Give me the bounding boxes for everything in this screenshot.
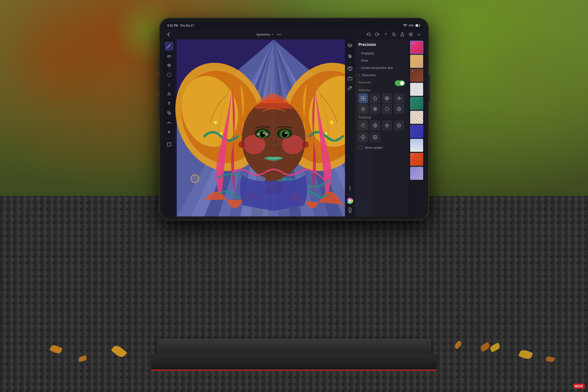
svg-point-42	[212, 138, 214, 140]
rotational-btn-5[interactable]	[358, 132, 368, 142]
svg-rect-11	[167, 73, 171, 76]
snapping-header[interactable]: › Snapping	[358, 50, 405, 56]
transform-tool-button[interactable]: △	[165, 80, 174, 89]
smudge-tool-button[interactable]	[165, 61, 174, 70]
volume-up-button[interactable]	[158, 57, 160, 71]
svg-point-83	[398, 108, 400, 110]
layer-thumb-2[interactable]	[410, 55, 423, 68]
layer-thumb-4[interactable]	[410, 83, 423, 96]
reflective-btn-7[interactable]	[382, 104, 392, 114]
crop-tool-button[interactable]	[165, 140, 174, 149]
svg-rect-64	[361, 96, 363, 98]
grids-header[interactable]: › Grids	[358, 57, 405, 64]
layer-visibility-9[interactable]: 👁	[411, 153, 414, 157]
svg-point-125	[350, 186, 351, 187]
canvas-area[interactable]	[175, 39, 372, 216]
rotational-btn-1[interactable]	[358, 121, 368, 130]
reflective-btn-2[interactable]	[370, 94, 380, 103]
paint-tool-button[interactable]	[165, 89, 174, 98]
rotational-btn-6[interactable]	[370, 132, 380, 142]
layer-thumb-9[interactable]: 👁	[410, 153, 423, 166]
side-button[interactable]	[428, 74, 430, 102]
color-wheel-icon[interactable]	[346, 197, 354, 205]
close-panel-button[interactable]: ×	[416, 31, 422, 38]
svg-point-105	[376, 137, 377, 137]
settings-button[interactable]	[408, 31, 414, 38]
symmetry-header[interactable]: ∨ Symmetry	[358, 72, 405, 78]
layer-thumb-3[interactable]: 👁	[410, 69, 423, 82]
symmetry-content: Symmetry Reflective	[358, 78, 405, 152]
layer-thumb-10[interactable]	[410, 167, 423, 180]
eraser-tool-button[interactable]	[165, 51, 174, 60]
export-icon[interactable]	[346, 65, 354, 73]
layer-thumb-1[interactable]: 👁	[410, 41, 423, 54]
svg-line-4	[395, 35, 396, 36]
brush-tool-button[interactable]	[165, 42, 174, 51]
perspective-header[interactable]: › Create perspective grid	[358, 65, 405, 71]
layer-visibility-3[interactable]: 👁	[411, 69, 414, 73]
svg-point-107	[376, 138, 377, 139]
adjustments-icon[interactable]	[346, 52, 354, 60]
back-button[interactable]	[166, 31, 172, 38]
artwork-svg	[175, 39, 372, 216]
perspective-chevron: ›	[358, 66, 359, 69]
snapping-section: › Snapping	[358, 50, 405, 56]
share-button[interactable]	[399, 31, 405, 38]
title-dropdown-arrow[interactable]: ▾	[272, 33, 273, 36]
move-guides-checkbox[interactable]	[358, 145, 363, 150]
blend-tool-button[interactable]	[165, 118, 174, 127]
layer-thumb-8[interactable]	[410, 139, 423, 152]
toolbar-left	[166, 31, 172, 38]
svg-rect-1	[420, 25, 420, 26]
svg-point-70	[362, 108, 364, 110]
svg-point-41	[220, 132, 222, 135]
wifi-icon	[403, 24, 407, 27]
svg-point-113	[349, 55, 350, 56]
app-toolbar: Symmetry ▾ Art ?	[163, 29, 425, 39]
toolbar-center: Symmetry ▾ Art	[256, 33, 281, 36]
search-button[interactable]	[391, 31, 397, 38]
move-guides-label: Move guides	[365, 146, 382, 149]
symmetry-section: ∨ Symmetry Symmetry Reflective	[358, 72, 405, 152]
power-button[interactable]	[158, 97, 160, 119]
svg-point-127	[350, 189, 351, 190]
perspective-section: › Create perspective grid	[358, 65, 405, 71]
symmetry-toggle-row: Symmetry	[358, 80, 405, 86]
stylus-icon[interactable]	[346, 206, 354, 214]
ipad-case-bottom	[151, 354, 437, 370]
rotational-btn-2[interactable]	[370, 121, 380, 130]
reflective-buttons-grid	[358, 94, 405, 114]
layer-visibility-1[interactable]: 👁	[411, 42, 414, 45]
reflective-btn-4[interactable]	[394, 94, 404, 103]
volume-down-button[interactable]	[158, 77, 160, 91]
layer-thumb-7[interactable]	[410, 125, 423, 138]
edit-icon[interactable]	[346, 84, 354, 92]
reflective-btn-1[interactable]	[358, 94, 368, 103]
svg-rect-14	[167, 143, 171, 146]
add-layer-icon[interactable]	[346, 74, 354, 82]
battery-percent: 50%	[409, 24, 414, 27]
svg-rect-66	[361, 99, 363, 101]
layers-icon[interactable]	[346, 42, 354, 50]
layer-thumb-6[interactable]	[410, 111, 423, 124]
reflective-btn-8[interactable]	[394, 104, 404, 114]
layer-thumb-5[interactable]	[410, 97, 423, 110]
selection-tool-button[interactable]	[165, 70, 174, 79]
more-options-icon[interactable]	[346, 184, 354, 192]
reflective-btn-3[interactable]	[382, 94, 392, 103]
svg-point-101	[375, 137, 376, 138]
redo-button[interactable]	[374, 31, 380, 38]
rotational-btn-3[interactable]	[382, 121, 392, 130]
reflective-btn-5[interactable]	[358, 104, 368, 114]
svg-point-45	[333, 138, 335, 140]
help-button[interactable]: ?	[382, 31, 389, 38]
text-tool-button[interactable]: T	[165, 99, 174, 108]
ipad-screen: 6:31 PM Thu Oct 17 50%	[163, 22, 425, 216]
symmetry-toggle[interactable]	[395, 80, 405, 86]
clone-tool-button[interactable]	[165, 108, 174, 117]
perspective-tool-button[interactable]: 6	[165, 127, 174, 136]
art-mode-label[interactable]: Art	[277, 33, 281, 36]
reflective-btn-6[interactable]	[370, 104, 380, 114]
undo-button[interactable]	[366, 31, 372, 38]
rotational-btn-4[interactable]	[394, 121, 404, 130]
